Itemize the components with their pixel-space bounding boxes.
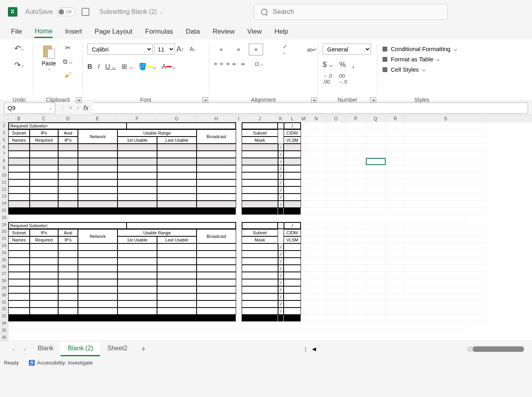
format-painter-button[interactable]: 🖌: [63, 71, 73, 79]
cell[interactable]: [366, 293, 386, 300]
cell[interactable]: [157, 300, 197, 308]
cell[interactable]: [366, 315, 386, 322]
slash-cell[interactable]: /: [278, 243, 284, 251]
sheet-tab[interactable]: Sheet2: [100, 342, 134, 356]
cell[interactable]: [326, 144, 346, 151]
cell[interactable]: [284, 208, 301, 215]
cell[interactable]: [30, 151, 58, 158]
cell[interactable]: [405, 201, 486, 208]
slash-cell[interactable]: /: [278, 293, 284, 300]
cell[interactable]: [405, 315, 486, 322]
cell[interactable]: [386, 300, 405, 308]
cell[interactable]: [284, 179, 301, 186]
cell[interactable]: [405, 251, 486, 258]
cell[interactable]: [78, 194, 117, 201]
cell[interactable]: [346, 144, 366, 151]
name-box[interactable]: Q9⌵: [4, 103, 55, 114]
cell[interactable]: [307, 308, 326, 315]
cell[interactable]: [197, 165, 236, 172]
cell[interactable]: [117, 293, 157, 300]
cell[interactable]: [242, 201, 278, 208]
paste-button[interactable]: Paste ⌵: [38, 44, 60, 79]
cancel-icon[interactable]: ✕: [68, 105, 73, 111]
cidr-slash[interactable]: /: [284, 122, 301, 129]
cell[interactable]: [346, 201, 366, 208]
cell[interactable]: [326, 243, 346, 251]
cell[interactable]: [78, 151, 117, 158]
row-header[interactable]: 12: [0, 186, 8, 193]
cell[interactable]: [326, 194, 346, 201]
cell[interactable]: [405, 286, 486, 293]
cell[interactable]: [346, 293, 366, 300]
cell[interactable]: [157, 279, 197, 286]
cell[interactable]: [78, 243, 117, 251]
increase-indent-button[interactable]: ⇥: [240, 61, 244, 67]
redo-button[interactable]: ↷ ⌵: [10, 60, 28, 70]
cell[interactable]: [326, 258, 346, 265]
cell[interactable]: [346, 122, 366, 129]
row-header[interactable]: 6: [0, 143, 8, 150]
cell[interactable]: [30, 186, 58, 194]
cell[interactable]: [307, 201, 326, 208]
cell[interactable]: [242, 122, 278, 129]
cell[interactable]: [307, 165, 326, 172]
cell[interactable]: [405, 293, 486, 300]
slash-cell[interactable]: /: [278, 279, 284, 286]
cell[interactable]: [157, 258, 197, 265]
cell[interactable]: [386, 315, 405, 322]
cell[interactable]: [326, 286, 346, 293]
cell[interactable]: [242, 251, 278, 258]
percent-button[interactable]: %: [339, 59, 346, 70]
cell[interactable]: [366, 308, 386, 315]
row-header[interactable]: 9: [0, 165, 8, 172]
row-header[interactable]: 30: [0, 291, 8, 298]
cell[interactable]: [127, 222, 236, 229]
row-header[interactable]: 23: [0, 242, 8, 249]
cell[interactable]: [157, 179, 197, 186]
cell[interactable]: [117, 144, 157, 151]
cell[interactable]: [284, 165, 301, 172]
cell[interactable]: [307, 265, 326, 272]
row-header[interactable]: 29: [0, 285, 8, 292]
cell[interactable]: [30, 251, 58, 258]
cell[interactable]: [117, 286, 157, 293]
cell[interactable]: [346, 300, 366, 308]
cell[interactable]: [301, 272, 307, 279]
cell[interactable]: [242, 286, 278, 293]
slash-cell[interactable]: /: [278, 172, 284, 179]
cell[interactable]: [307, 272, 326, 279]
col-header[interactable]: B: [8, 115, 30, 122]
cell[interactable]: [197, 144, 236, 151]
cell[interactable]: [117, 201, 157, 208]
formula-input[interactable]: [93, 103, 528, 114]
row-header[interactable]: 8: [0, 158, 8, 165]
cell[interactable]: [386, 265, 405, 272]
col-header[interactable]: P: [346, 115, 366, 122]
row-header[interactable]: 33: [0, 313, 8, 320]
cell[interactable]: [197, 172, 236, 179]
clipboard-launcher[interactable]: ⇲: [76, 97, 81, 103]
cell[interactable]: [30, 179, 58, 186]
cell[interactable]: [405, 300, 486, 308]
cell[interactable]: [405, 158, 486, 165]
cell[interactable]: [30, 265, 58, 272]
row-header[interactable]: 13: [0, 193, 8, 200]
cell[interactable]: [157, 186, 197, 194]
cell[interactable]: [236, 293, 242, 300]
cell[interactable]: [157, 158, 197, 165]
cell[interactable]: [386, 194, 405, 201]
slash-cell[interactable]: /: [278, 251, 284, 258]
cell[interactable]: [346, 151, 366, 158]
cell[interactable]: [78, 158, 117, 165]
cell[interactable]: [307, 243, 326, 251]
cell[interactable]: [236, 122, 242, 129]
cell[interactable]: [30, 279, 58, 286]
cell[interactable]: [242, 265, 278, 272]
slash-cell[interactable]: /: [278, 286, 284, 293]
cell[interactable]: [8, 201, 30, 208]
cell[interactable]: [58, 151, 78, 158]
cell[interactable]: [197, 293, 236, 300]
align-bottom-button[interactable]: ≡: [249, 44, 263, 55]
menu-review[interactable]: Review: [213, 26, 235, 37]
cell[interactable]: [307, 172, 326, 179]
